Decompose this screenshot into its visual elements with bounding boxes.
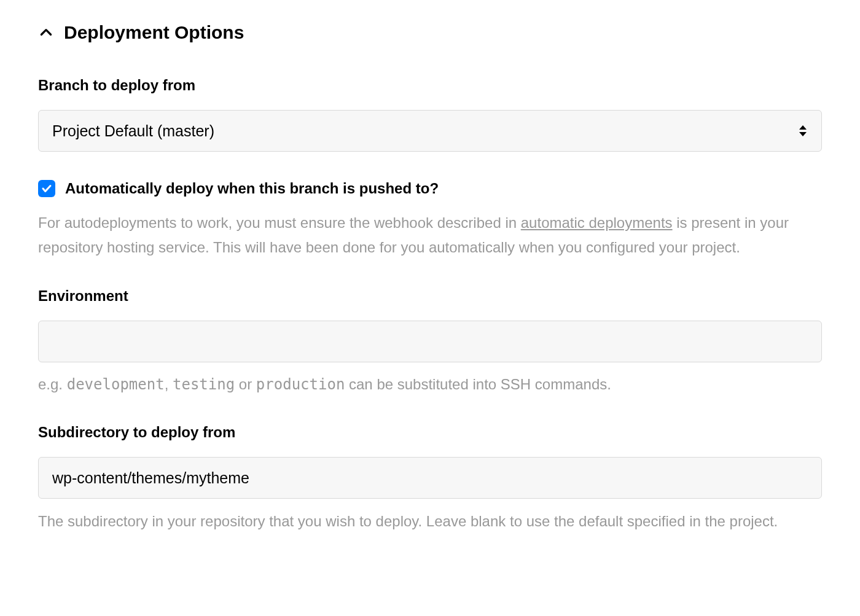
autodeploy-checkbox[interactable] [38, 180, 55, 197]
environment-label: Environment [38, 285, 822, 307]
subdir-field-group: Subdirectory to deploy from The subdirec… [38, 421, 822, 533]
subdir-hint: The subdirectory in your repository that… [38, 510, 822, 533]
environment-hint-post: can be substituted into SSH commands. [345, 376, 611, 392]
environment-input[interactable] [38, 321, 822, 362]
environment-hint-sep1: , [165, 376, 173, 392]
autodeploy-field-group: Automatically deploy when this branch is… [38, 177, 822, 259]
environment-field-group: Environment e.g. development, testing or… [38, 285, 822, 396]
deployment-options-header[interactable]: Deployment Options [38, 18, 822, 46]
autodeploy-label: Automatically deploy when this branch is… [65, 177, 439, 200]
environment-hint-code3: production [256, 376, 345, 393]
branch-select-wrapper: Project Default (master) [38, 110, 822, 152]
autodeploy-help-text: For autodeployments to work, you must en… [38, 211, 822, 259]
subdir-label: Subdirectory to deploy from [38, 421, 822, 443]
autodeploy-help-pre: For autodeployments to work, you must en… [38, 214, 521, 231]
environment-hint: e.g. development, testing or production … [38, 373, 822, 396]
subdir-input[interactable] [38, 457, 822, 499]
environment-hint-pre: e.g. [38, 376, 67, 392]
branch-field-group: Branch to deploy from Project Default (m… [38, 74, 822, 152]
chevron-up-icon [38, 25, 54, 41]
autodeploy-help-link[interactable]: automatic deployments [521, 214, 673, 231]
branch-select[interactable]: Project Default (master) [38, 110, 822, 152]
autodeploy-checkbox-row: Automatically deploy when this branch is… [38, 177, 822, 200]
section-title: Deployment Options [64, 18, 244, 46]
environment-hint-sep2: or [235, 376, 256, 392]
environment-hint-code1: development [67, 376, 165, 393]
branch-label: Branch to deploy from [38, 74, 822, 96]
environment-hint-code2: testing [173, 376, 235, 393]
